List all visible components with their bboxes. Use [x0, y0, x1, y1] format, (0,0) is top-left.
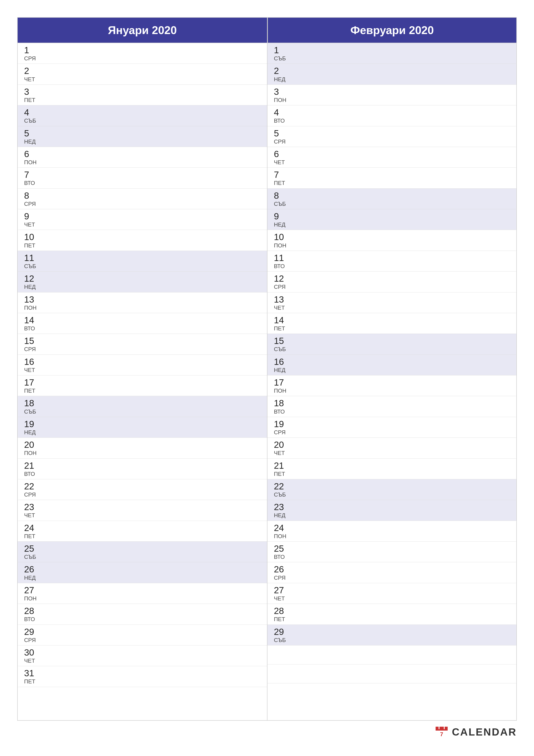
day-row: 15СРЯ — [18, 334, 267, 355]
day-number: 13 — [24, 295, 261, 305]
day-number: 6 — [274, 149, 510, 159]
day-row: 26НЕД — [18, 562, 267, 583]
day-name: НЕД — [24, 138, 261, 145]
day-row: 11ВТО — [267, 251, 516, 272]
day-name: НЕД — [24, 575, 261, 581]
day-number: 29 — [24, 627, 261, 637]
day-number: 20 — [274, 440, 510, 450]
day-row: 21ПЕТ — [267, 459, 516, 479]
day-number: 20 — [24, 440, 261, 450]
day-number: 23 — [24, 502, 261, 512]
day-number: 1 — [274, 45, 510, 55]
day-name: НЕД — [274, 512, 510, 519]
day-number: 17 — [24, 378, 261, 388]
day-name: ЧЕТ — [24, 221, 261, 228]
day-number: 3 — [274, 87, 510, 97]
day-row: 28ВТО — [18, 604, 267, 625]
day-name: ВТО — [24, 471, 261, 477]
day-name: ВТО — [24, 180, 261, 186]
day-name: СЪБ — [274, 637, 510, 643]
day-number: 2 — [24, 66, 261, 76]
day-name: ПОН — [274, 97, 510, 103]
day-row: 25ВТО — [267, 542, 516, 562]
day-name: СЪБ — [274, 346, 510, 353]
day-row: 4ВТО — [267, 105, 516, 126]
day-name: ВТО — [274, 263, 510, 270]
day-number: 3 — [24, 87, 261, 97]
day-row: 26СРЯ — [267, 562, 516, 583]
day-number: 26 — [274, 564, 510, 574]
day-row: 23НЕД — [267, 500, 516, 521]
day-number: 31 — [24, 668, 261, 678]
day-row: 19СРЯ — [267, 417, 516, 438]
day-row: 25СЪБ — [18, 542, 267, 562]
day-number: 21 — [24, 461, 261, 471]
day-row: 5СРЯ — [267, 126, 516, 147]
day-name: ПЕТ — [274, 471, 510, 477]
january-column: Януари 2020 1СРЯ2ЧЕТ3ПЕТ4СЪБ5НЕД6ПОН7ВТО… — [18, 18, 267, 720]
day-number: 25 — [24, 544, 261, 554]
day-row: 22СРЯ — [18, 479, 267, 500]
day-number: 24 — [274, 523, 510, 533]
day-number: 4 — [24, 108, 261, 118]
day-name: НЕД — [24, 429, 261, 436]
day-number: 14 — [274, 315, 510, 325]
day-name: ПЕТ — [274, 180, 510, 186]
day-name: СРЯ — [24, 201, 261, 207]
day-row: 27ПОН — [18, 583, 267, 604]
day-row: 23ЧЕТ — [18, 500, 267, 521]
february-column: Февруари 2020 1СЪБ2НЕД3ПОН4ВТО5СРЯ6ЧЕТ7П… — [267, 18, 516, 720]
day-row: 29СРЯ — [18, 625, 267, 645]
day-row: 18ВТО — [267, 396, 516, 417]
day-name: ПОН — [274, 388, 510, 394]
day-row: 9НЕД — [267, 209, 516, 230]
day-name: НЕД — [274, 367, 510, 373]
day-number: 13 — [274, 295, 510, 305]
day-number: 8 — [24, 191, 261, 201]
day-number: 14 — [24, 315, 261, 325]
day-name: СРЯ — [24, 491, 261, 498]
february-header: Февруари 2020 — [267, 18, 516, 43]
day-name: СЪБ — [24, 554, 261, 560]
footer: 7 CALENDAR — [17, 721, 517, 739]
day-name: ЧЕТ — [274, 159, 510, 166]
day-number: 22 — [274, 481, 510, 491]
day-row: 20ЧЕТ — [267, 438, 516, 458]
day-name: СЪБ — [274, 491, 510, 498]
day-row: 13ЧЕТ — [267, 292, 516, 313]
day-number: 16 — [274, 357, 510, 367]
day-name: НЕД — [274, 76, 510, 83]
day-number: 12 — [274, 274, 510, 284]
day-name: ПОН — [274, 533, 510, 540]
day-number: 1 — [24, 45, 261, 55]
day-number: 10 — [24, 232, 261, 242]
day-number: 15 — [24, 336, 261, 346]
day-number: 19 — [24, 419, 261, 429]
day-row: 7ВТО — [18, 168, 267, 188]
day-number: 21 — [274, 461, 510, 471]
day-row: 6ПОН — [18, 147, 267, 168]
day-number: 22 — [24, 481, 261, 491]
day-name: ПОН — [24, 305, 261, 311]
day-name: ВТО — [274, 554, 510, 560]
day-name: ПЕТ — [274, 325, 510, 332]
day-name: СРЯ — [24, 55, 261, 62]
empty-day-row — [267, 645, 516, 664]
day-number: 7 — [274, 170, 510, 180]
day-name: ВТО — [24, 325, 261, 332]
day-row: 11СЪБ — [18, 251, 267, 272]
day-name: ПОН — [274, 242, 510, 249]
day-row: 24ПОН — [267, 521, 516, 542]
day-row: 3ПЕТ — [18, 85, 267, 105]
calendar-logo: 7 CALENDAR — [435, 725, 517, 739]
day-row: 1СЪБ — [267, 43, 516, 64]
day-row: 28ПЕТ — [267, 604, 516, 625]
day-row: 20ПОН — [18, 438, 267, 458]
day-row: 14ПЕТ — [267, 313, 516, 334]
day-row: 15СЪБ — [267, 334, 516, 355]
day-number: 11 — [24, 253, 261, 263]
svg-text:7: 7 — [440, 731, 443, 738]
day-number: 17 — [274, 378, 510, 388]
page: Януари 2020 1СРЯ2ЧЕТ3ПЕТ4СЪБ5НЕД6ПОН7ВТО… — [0, 0, 534, 756]
day-name: СЪБ — [24, 263, 261, 270]
